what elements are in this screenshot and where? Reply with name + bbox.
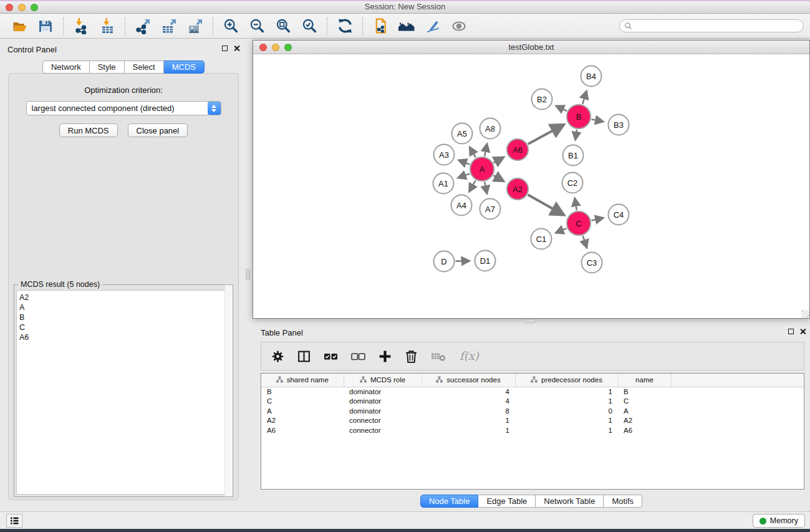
node-B[interactable]: B <box>567 105 591 128</box>
cell-successor-nodes[interactable]: 1 <box>422 425 515 435</box>
tab-network-table[interactable]: Network Table <box>536 495 604 508</box>
cell-predecessor-nodes[interactable]: 1 <box>515 416 618 426</box>
edge-A-A2[interactable] <box>493 175 503 181</box>
node-A[interactable]: A <box>470 157 494 181</box>
table-row-b[interactable]: Bdominator41B <box>261 387 804 397</box>
edge-A-A4[interactable] <box>470 180 476 191</box>
float-panel-icon[interactable] <box>222 46 228 51</box>
edge-C-C1[interactable] <box>556 228 567 233</box>
node-B3[interactable]: B3 <box>609 115 629 135</box>
edge-B-B2[interactable] <box>556 106 567 111</box>
edge-A-A5[interactable] <box>470 147 475 157</box>
cell-predecessor-nodes[interactable]: 1 <box>515 387 618 397</box>
cell-name[interactable]: B <box>618 387 671 397</box>
mcds-result-list[interactable]: A2ABCA6 <box>16 290 231 495</box>
column-header-name[interactable]: name <box>618 374 671 387</box>
cell-successor-nodes[interactable]: 4 <box>422 397 515 407</box>
edge-A2-C[interactable] <box>528 195 564 215</box>
cell-shared-name[interactable]: B <box>261 387 344 397</box>
node-A2[interactable]: A2 <box>507 178 528 200</box>
edge-A-A7[interactable] <box>485 182 487 193</box>
search-input[interactable] <box>635 22 803 31</box>
zoom-fit-button[interactable] <box>270 16 296 37</box>
edge-A-A6[interactable] <box>493 157 503 163</box>
close-panel-button[interactable]: Close panel <box>128 123 188 137</box>
network-canvas[interactable]: B4B2BB3A8A5A6A3B1AA1C2A2A4A7C4CC1DD1C3 <box>253 54 809 318</box>
node-A3[interactable]: A3 <box>434 145 455 165</box>
edge-A-A1[interactable] <box>458 173 470 178</box>
table-row-c[interactable]: Cdominator41C <box>261 397 804 407</box>
node-table[interactable]: shared nameMCDS rolesuccessor nodesprede… <box>261 373 804 490</box>
clipboard-network-button[interactable] <box>367 16 393 37</box>
tab-select[interactable]: Select <box>125 60 164 74</box>
cell-mcds-role[interactable]: dominator <box>344 406 422 416</box>
edge-B-B4[interactable] <box>582 91 586 104</box>
cell-name[interactable]: A <box>618 406 671 416</box>
edge-A-A3[interactable] <box>459 160 470 165</box>
cell-mcds-role[interactable]: connector <box>344 416 422 426</box>
zoom-in-button[interactable] <box>218 16 244 37</box>
cell-shared-name[interactable]: A2 <box>261 416 344 426</box>
refresh-network-button[interactable] <box>332 16 358 37</box>
maximize-network-button[interactable] <box>284 44 292 51</box>
cell-successor-nodes[interactable]: 8 <box>422 406 515 416</box>
cell-mcds-role[interactable]: dominator <box>344 387 422 397</box>
close-table-panel-icon[interactable] <box>800 329 806 334</box>
column-header-predecessor-nodes[interactable]: predecessor nodes <box>515 374 618 387</box>
run-mcds-button[interactable]: Run MCDS <box>59 123 118 137</box>
cell-successor-nodes[interactable]: 1 <box>422 416 515 426</box>
tab-mcds[interactable]: MCDS <box>164 60 205 74</box>
result-item-b[interactable]: B <box>17 312 230 322</box>
import-network-button[interactable] <box>68 16 94 37</box>
edge-B-B1[interactable] <box>576 130 577 140</box>
deselect-all-button[interactable] <box>350 349 366 364</box>
edge-B-B3[interactable] <box>592 119 603 122</box>
cell-successor-nodes[interactable]: 4 <box>422 387 515 397</box>
column-header-shared-name[interactable]: shared name <box>261 374 344 387</box>
export-network-button[interactable] <box>130 16 156 37</box>
cell-shared-name[interactable]: A <box>261 406 344 416</box>
vertical-divider-handle[interactable] <box>246 269 250 280</box>
float-table-panel-icon[interactable] <box>788 329 794 334</box>
node-B1[interactable]: B1 <box>563 145 584 166</box>
select-all-button[interactable] <box>323 349 339 364</box>
table-row-a[interactable]: Adominator80A <box>261 406 804 416</box>
export-table-button[interactable] <box>156 16 182 37</box>
cell-predecessor-nodes[interactable]: 1 <box>515 425 618 435</box>
zoom-selected-button[interactable] <box>296 16 322 37</box>
import-table-button[interactable] <box>94 16 120 37</box>
tab-node-table[interactable]: Node Table <box>420 495 479 508</box>
cell-mcds-role[interactable]: dominator <box>344 397 422 407</box>
memory-button[interactable]: Memory <box>753 514 805 528</box>
open-file-button[interactable] <box>6 16 32 37</box>
cell-name[interactable]: A2 <box>618 416 671 426</box>
search-box[interactable] <box>619 19 804 32</box>
export-image-button[interactable] <box>182 16 208 37</box>
node-A4[interactable]: A4 <box>451 195 472 216</box>
node-C[interactable]: C <box>567 211 591 235</box>
tab-style[interactable]: Style <box>90 60 125 74</box>
table-settings-button[interactable] <box>271 349 285 364</box>
node-C1[interactable]: C1 <box>531 229 552 249</box>
network-graph[interactable]: B4B2BB3A8A5A6A3B1AA1C2A2A4A7C4CC1DD1C3 <box>253 54 809 318</box>
node-A8[interactable]: A8 <box>480 118 501 139</box>
delete-column-button[interactable] <box>404 349 418 364</box>
minimize-network-button[interactable] <box>272 44 279 51</box>
result-item-c[interactable]: C <box>17 322 230 332</box>
cell-predecessor-nodes[interactable]: 1 <box>515 397 618 407</box>
cell-shared-name[interactable]: A6 <box>261 425 344 435</box>
node-D[interactable]: D <box>434 251 455 272</box>
minimize-window-button[interactable] <box>18 4 26 11</box>
function-builder-button[interactable]: f(x) <box>459 349 483 364</box>
close-network-button[interactable] <box>259 44 267 51</box>
node-A5[interactable]: A5 <box>452 123 473 144</box>
node-C4[interactable]: C4 <box>609 205 629 225</box>
delete-table-button[interactable] <box>430 349 447 364</box>
node-A6[interactable]: A6 <box>507 139 528 160</box>
result-item-a6[interactable]: A6 <box>17 332 230 342</box>
cell-name[interactable]: A6 <box>618 425 671 435</box>
cell-shared-name[interactable]: C <box>261 397 344 407</box>
table-row-a6[interactable]: A6connector11A6 <box>261 425 804 435</box>
show-graphics-details-button[interactable] <box>446 16 472 37</box>
edge-C-C3[interactable] <box>583 236 587 248</box>
